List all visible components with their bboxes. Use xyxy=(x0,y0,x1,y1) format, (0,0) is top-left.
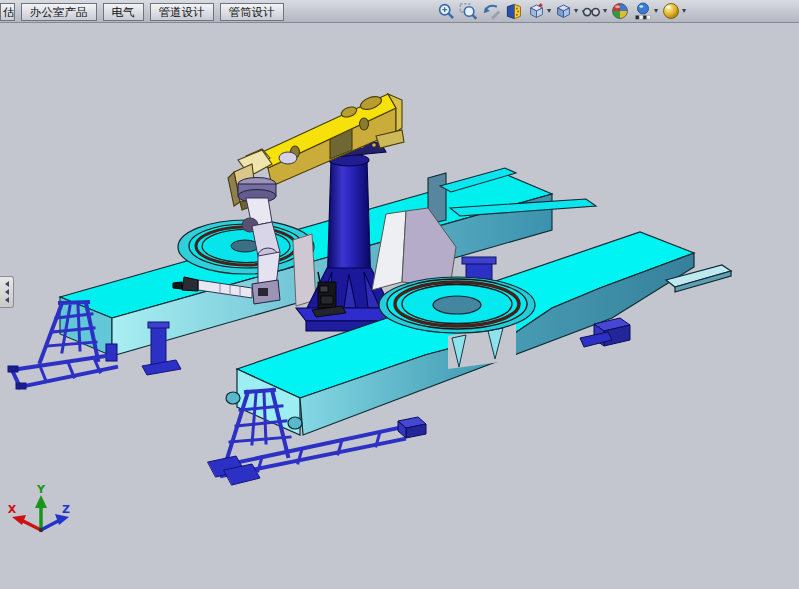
left-arrow-icon xyxy=(5,281,9,287)
command-tabs: 估 办公室产品 电气 管道设计 管筒设计 xyxy=(0,0,287,22)
front-rotary-ring[interactable] xyxy=(379,277,535,333)
display-style-icon[interactable]: ▾ xyxy=(554,1,578,21)
tab-evaluate-partial[interactable]: 估 xyxy=(0,3,15,21)
left-arrow-icon xyxy=(5,297,9,303)
feature-panel-expander[interactable] xyxy=(0,276,14,308)
previous-view-icon[interactable] xyxy=(481,2,502,21)
left-arrow-icon xyxy=(5,289,9,295)
view-settings-caret[interactable]: ▾ xyxy=(682,1,686,21)
zoom-to-fit-icon[interactable] xyxy=(437,2,456,21)
tab-office-products[interactable]: 办公室产品 xyxy=(21,3,97,21)
apply-scene-icon[interactable]: ▾ xyxy=(633,1,658,21)
edit-appearance-icon[interactable] xyxy=(610,1,630,21)
viewport-3d[interactable]: Y X Z xyxy=(0,0,799,589)
heads-up-view-toolbar: ▾ ▾ ▾ ▾ ▾ xyxy=(437,1,689,21)
apply-scene-caret[interactable]: ▾ xyxy=(654,1,658,21)
triad-y-label: Y xyxy=(36,483,46,496)
hide-show-items-caret[interactable]: ▾ xyxy=(603,1,607,21)
gray-wedge[interactable] xyxy=(293,234,316,306)
section-view-icon[interactable] xyxy=(505,2,524,21)
display-style-caret[interactable]: ▾ xyxy=(574,1,578,21)
hide-show-items-icon[interactable]: ▾ xyxy=(581,1,607,21)
zoom-to-area-icon[interactable] xyxy=(459,2,478,21)
view-settings-icon[interactable]: ▾ xyxy=(661,1,686,21)
triad-z-label: Z xyxy=(62,503,70,516)
command-manager-toolbar: 估 办公室产品 电气 管道设计 管筒设计 ▾ ▾ ▾ xyxy=(0,0,799,23)
view-orientation-caret[interactable]: ▾ xyxy=(547,1,551,21)
cad-window: Y X Z 估 办公室产品 电气 管道设计 管筒设计 ▾ ▾ xyxy=(0,0,799,589)
tab-electrical[interactable]: 电气 xyxy=(103,3,144,21)
tab-piping-design[interactable]: 管道设计 xyxy=(150,3,214,21)
tab-tubing-design[interactable]: 管筒设计 xyxy=(220,3,284,21)
view-orientation-icon[interactable]: ▾ xyxy=(527,1,551,21)
triad-x-label: X xyxy=(8,503,17,516)
